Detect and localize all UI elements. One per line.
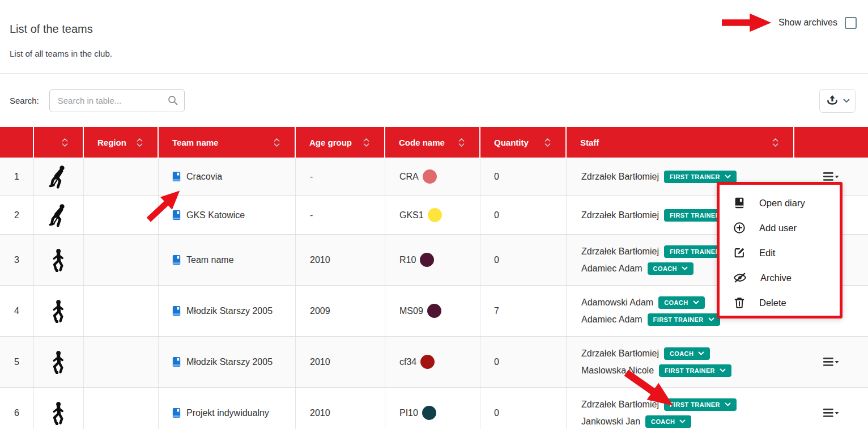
column-header-team-name[interactable]: Team name bbox=[159, 127, 296, 158]
row-actions-cell bbox=[794, 388, 868, 429]
role-badge[interactable]: COACH bbox=[664, 347, 710, 360]
role-badge[interactable]: FIRST TRAINER bbox=[659, 364, 731, 377]
staff-member: Jankowski JanCOACH bbox=[581, 415, 691, 428]
code-name: GKS1 bbox=[399, 210, 424, 220]
book-icon bbox=[171, 171, 182, 182]
age-group-cell: 2009 bbox=[296, 286, 385, 336]
code-color-dot bbox=[422, 406, 436, 420]
staff-name: Maslowska Nicole bbox=[581, 366, 654, 376]
team-name: Cracovia bbox=[186, 172, 222, 182]
staff-name: Adamiec Adam bbox=[581, 264, 643, 274]
role-badge-label: FIRST TRAINER bbox=[670, 401, 720, 408]
sport-cell bbox=[34, 158, 84, 196]
sort-icon[interactable] bbox=[62, 138, 68, 147]
team-name: Team name bbox=[186, 255, 234, 265]
football-player-icon bbox=[47, 298, 71, 324]
sort-icon[interactable] bbox=[363, 138, 369, 147]
book-icon bbox=[171, 356, 182, 367]
team-name-link[interactable]: Młodzik Starszy 2005 bbox=[171, 305, 273, 316]
role-badge-label: FIRST TRAINER bbox=[653, 316, 704, 323]
menu-item-archive[interactable]: Archive bbox=[720, 265, 840, 290]
page-title: List of the teams bbox=[10, 23, 93, 36]
search-control: Search: bbox=[10, 89, 185, 112]
sort-icon[interactable] bbox=[772, 138, 778, 147]
menu-item-delete[interactable]: Delete bbox=[720, 290, 840, 315]
role-badge-label: FIRST TRAINER bbox=[670, 212, 720, 219]
sort-icon[interactable] bbox=[274, 138, 280, 147]
staff-member: Adamiec AdamCOACH bbox=[581, 262, 693, 275]
staff-name: Zdrzałek Bartłomiej bbox=[581, 172, 659, 182]
role-badge[interactable]: FIRST TRAINER bbox=[664, 398, 737, 411]
staff-name: Adamiec Adam bbox=[581, 315, 643, 325]
chevron-down-icon bbox=[679, 419, 686, 423]
export-button[interactable] bbox=[819, 89, 856, 113]
team-name-link[interactable]: Projekt indywidualny bbox=[171, 407, 269, 418]
team-cell: Cracovia bbox=[159, 158, 296, 196]
book-icon bbox=[171, 305, 182, 316]
show-archives-checkbox[interactable] bbox=[845, 17, 857, 29]
staff-name: Zdrzałek Bartłomiej bbox=[581, 400, 659, 410]
teams-page: List of the teams List of all teams in t… bbox=[0, 0, 868, 429]
role-badge-label: FIRST TRAINER bbox=[670, 173, 720, 180]
code-color-dot bbox=[420, 355, 435, 369]
code-name: R10 bbox=[399, 255, 416, 265]
row-number: 4 bbox=[0, 286, 34, 336]
role-badge[interactable]: FIRST TRAINER bbox=[664, 171, 737, 183]
hamburger-icon bbox=[823, 408, 839, 418]
football-player-icon bbox=[47, 349, 71, 375]
role-badge-label: COACH bbox=[670, 350, 693, 357]
table-toolbar: Search: bbox=[0, 74, 868, 127]
staff-member: Maslowska NicoleFIRST TRAINER bbox=[581, 364, 731, 377]
role-badge[interactable]: COACH bbox=[658, 296, 704, 309]
sort-icon[interactable] bbox=[458, 138, 465, 147]
code-cell: R10 bbox=[385, 235, 480, 285]
sport-cell bbox=[34, 286, 84, 336]
region-cell bbox=[84, 286, 159, 336]
quantity-cell: 7 bbox=[480, 286, 567, 336]
team-name-link[interactable]: Młodzik Starszy 2005 bbox=[171, 356, 273, 367]
sport-cell bbox=[34, 388, 84, 429]
team-cell: Team name bbox=[159, 235, 296, 285]
column-header-quantity[interactable]: Quantity bbox=[480, 127, 567, 158]
team-name-link[interactable]: Team name bbox=[171, 254, 234, 265]
quantity-cell: 0 bbox=[480, 196, 567, 234]
column-header-label: Staff bbox=[580, 138, 599, 147]
football-player-icon bbox=[47, 400, 71, 426]
column-header-sport[interactable] bbox=[34, 127, 84, 158]
team-cell: Młodzik Starszy 2005 bbox=[159, 286, 296, 336]
quantity-cell: 0 bbox=[480, 235, 567, 285]
staff-name: Zdrzałek Bartłomiej bbox=[581, 349, 659, 359]
sort-icon[interactable] bbox=[137, 138, 143, 147]
role-badge[interactable]: COACH bbox=[648, 262, 693, 275]
menu-item-edit[interactable]: Edit bbox=[720, 240, 840, 265]
menu-item-label: Add user bbox=[759, 223, 797, 233]
code-cell: cf34 bbox=[385, 337, 480, 387]
age-group-cell: 2010 bbox=[296, 388, 385, 429]
column-header-staff[interactable]: Staff bbox=[567, 127, 794, 158]
team-name-link[interactable]: Cracovia bbox=[171, 171, 222, 182]
row-actions-button[interactable] bbox=[821, 355, 841, 369]
region-cell bbox=[84, 235, 159, 285]
menu-item-open-diary[interactable]: Open diary bbox=[720, 190, 840, 215]
role-badge[interactable]: COACH bbox=[645, 415, 691, 428]
team-name: Projekt indywidualny bbox=[186, 408, 269, 418]
row-actions-button[interactable] bbox=[821, 406, 841, 420]
role-badge[interactable]: FIRST TRAINER bbox=[648, 313, 720, 326]
column-header-region[interactable]: Region bbox=[84, 127, 159, 158]
book-icon bbox=[171, 254, 182, 265]
show-archives-label: Show archives bbox=[778, 18, 837, 28]
menu-item-label: Delete bbox=[759, 298, 786, 308]
column-header-code-name[interactable]: Code name bbox=[385, 127, 480, 158]
archive-eye-slash-icon bbox=[733, 271, 747, 284]
team-name-link[interactable]: GKS Katowice bbox=[171, 210, 245, 220]
code-color-dot bbox=[420, 253, 434, 267]
code-name: cf34 bbox=[399, 357, 416, 367]
menu-item-add-user[interactable]: Add user bbox=[720, 215, 840, 240]
search-input[interactable] bbox=[49, 89, 185, 112]
column-header-age-group[interactable]: Age group bbox=[296, 127, 385, 158]
code-name: MS09 bbox=[399, 306, 423, 316]
column-header-label: Age group bbox=[309, 138, 352, 147]
quantity-cell: 0 bbox=[480, 337, 567, 387]
sort-icon[interactable] bbox=[544, 138, 551, 147]
sport-cell bbox=[34, 196, 84, 234]
